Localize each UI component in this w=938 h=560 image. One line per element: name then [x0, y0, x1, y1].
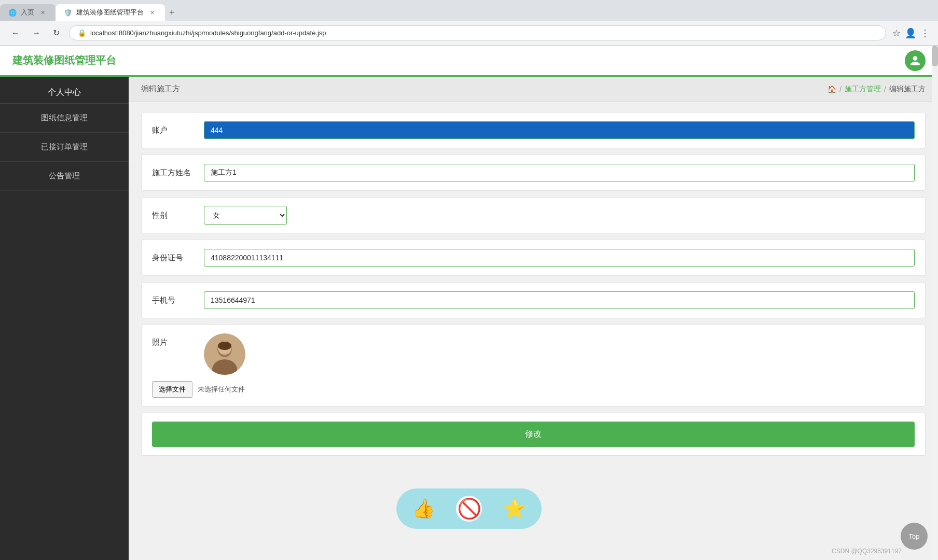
form-row-gender: 性别 男 女 [141, 197, 926, 233]
scrollbar-thumb[interactable] [932, 46, 938, 66]
breadcrumb-sep-2: / [884, 85, 886, 93]
csdn-watermark: CSDN @QQ3295391197 [832, 548, 902, 555]
form-row-account: 账户 [141, 112, 926, 148]
bookmark-icon[interactable]: ☆ [892, 27, 901, 39]
reload-button[interactable]: ↻ [50, 26, 63, 40]
form-row-name: 施工方姓名 [141, 155, 926, 191]
thumbs-up-icon[interactable]: 👍 [412, 498, 435, 520]
tab-2[interactable]: 🛡️ 建筑装修图纸管理平台 ✕ [56, 4, 165, 21]
input-phone[interactable] [204, 291, 915, 309]
sidebar-item-orders-label: 已接订单管理 [41, 142, 88, 151]
sidebar-item-announcements[interactable]: 公告管理 [0, 162, 129, 191]
lock-icon: 🔒 [78, 29, 86, 37]
address-bar: ← → ↻ 🔒 localhost:8080/jianzhuangxiutuzh… [0, 21, 938, 46]
sidebar-section-title: 个人中心 [0, 77, 129, 104]
person-icon [909, 55, 921, 66]
tab-2-close[interactable]: ✕ [148, 8, 157, 17]
back-button[interactable]: ← [8, 26, 23, 40]
tab-2-label: 建筑装修图纸管理平台 [76, 8, 144, 17]
tab-2-icon: 🛡️ [64, 9, 72, 17]
label-id: 身份证号 [152, 253, 194, 263]
label-gender: 性别 [152, 211, 194, 220]
app-title: 建筑装修图纸管理平台 [12, 53, 905, 67]
forward-button[interactable]: → [29, 26, 44, 40]
breadcrumb: 🏠 / 施工方管理 / 编辑施工方 [827, 85, 926, 94]
user-avatar[interactable] [905, 50, 926, 71]
input-account[interactable] [204, 121, 915, 139]
tab-1-close[interactable]: ✕ [38, 8, 47, 17]
sidebar-item-drawings[interactable]: 图纸信息管理 [0, 104, 129, 133]
form-row-id: 身份证号 [141, 240, 926, 276]
input-id[interactable] [204, 249, 915, 267]
sidebar: 个人中心 图纸信息管理 已接订单管理 公告管理 [0, 77, 129, 560]
breadcrumb-current: 编辑施工方 [889, 85, 926, 94]
tab-1-label: 入页 [21, 8, 34, 17]
label-account: 账户 [152, 125, 194, 135]
tab-1-icon: 🌐 [8, 9, 17, 17]
photo-image [204, 333, 245, 375]
new-tab-button[interactable]: + [165, 7, 179, 18]
tab-1[interactable]: 🌐 入页 ✕ [0, 4, 56, 21]
page-header: 编辑施工方 🏠 / 施工方管理 / 编辑施工方 [129, 77, 938, 102]
breadcrumb-home[interactable]: 🏠 [827, 85, 836, 93]
form-row-phone: 手机号 [141, 282, 926, 318]
input-name[interactable] [204, 164, 915, 181]
submit-button[interactable]: 修改 [152, 422, 915, 447]
form-row-submit: 修改 [141, 413, 926, 456]
file-name-label: 未选择任何文件 [198, 385, 245, 394]
url-bar[interactable]: 🔒 localhost:8080/jianzhuangxiutuzhi/jsp/… [69, 25, 886, 40]
photo-preview [204, 333, 245, 375]
floating-overlay: 👍 🚫 ⭐ [396, 488, 542, 529]
main-content: 编辑施工方 🏠 / 施工方管理 / 编辑施工方 账户 施工方姓名 [129, 77, 938, 560]
account-icon[interactable]: 👤 [905, 27, 916, 39]
breadcrumb-sep-1: / [839, 85, 842, 93]
no-icon[interactable]: 🚫 [456, 496, 482, 522]
page-title: 编辑施工方 [141, 84, 180, 94]
sidebar-item-announcements-label: 公告管理 [49, 171, 80, 180]
label-photo: 照片 [152, 338, 194, 347]
menu-icon[interactable]: ⋮ [920, 27, 930, 39]
sidebar-item-orders[interactable]: 已接订单管理 [0, 133, 129, 162]
scrollbar-track [932, 46, 938, 560]
top-button-label: Top [909, 533, 920, 540]
select-gender[interactable]: 男 女 [204, 206, 287, 225]
breadcrumb-link-1[interactable]: 施工方管理 [845, 85, 881, 94]
file-input-area: 选择文件 未选择任何文件 [152, 381, 915, 398]
top-button[interactable]: Top [901, 523, 928, 550]
url-text: localhost:8080/jianzhuangxiutuzhi/jsp/mo… [90, 29, 877, 37]
app-header: 建筑装修图纸管理平台 [0, 46, 938, 77]
star-icon[interactable]: ⭐ [503, 498, 526, 520]
label-phone: 手机号 [152, 296, 194, 305]
sidebar-item-drawings-label: 图纸信息管理 [41, 113, 88, 122]
svg-point-4 [218, 342, 231, 350]
form-area: 账户 施工方姓名 性别 男 女 身份 [129, 102, 938, 466]
file-choose-button[interactable]: 选择文件 [152, 381, 192, 398]
label-name: 施工方姓名 [152, 168, 194, 178]
form-row-photo: 照片 选择文件 [141, 325, 926, 407]
